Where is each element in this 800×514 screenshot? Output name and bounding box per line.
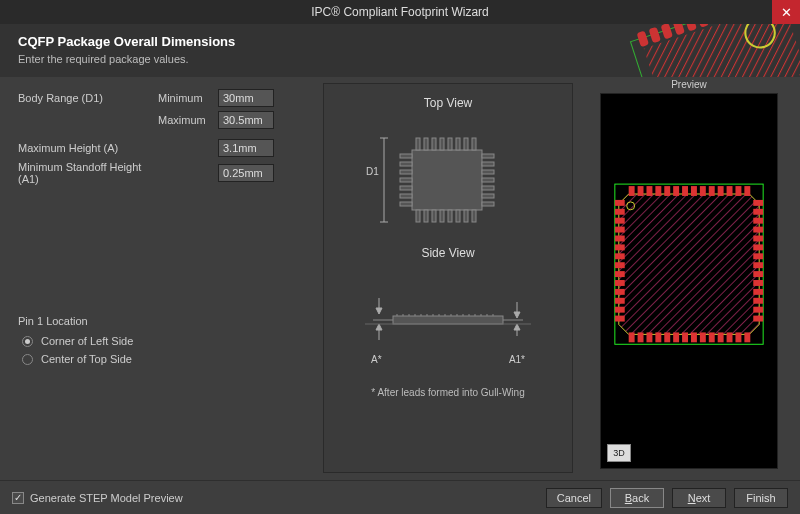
svg-rect-107 (615, 200, 625, 206)
svg-rect-3 (637, 31, 650, 48)
svg-rect-99 (682, 332, 688, 342)
svg-rect-105 (735, 332, 741, 342)
svg-rect-80 (638, 186, 644, 196)
svg-rect-4 (649, 27, 662, 44)
svg-rect-106 (744, 332, 750, 342)
svg-rect-79 (629, 186, 635, 196)
radio-icon (22, 336, 33, 347)
min-standoff-input[interactable] (218, 164, 274, 182)
preview-pane[interactable]: 3D (600, 93, 778, 469)
svg-rect-103 (718, 332, 724, 342)
svg-rect-126 (753, 244, 763, 250)
svg-rect-90 (727, 186, 733, 196)
svg-rect-21 (456, 138, 460, 150)
svg-rect-119 (615, 307, 625, 313)
svg-rect-134 (753, 316, 763, 322)
svg-marker-73 (514, 324, 520, 330)
svg-rect-36 (400, 186, 412, 190)
svg-rect-117 (615, 289, 625, 295)
body-range-label: Body Range (D1) (18, 92, 158, 104)
svg-rect-85 (682, 186, 688, 196)
svg-rect-30 (464, 210, 468, 222)
svg-rect-93 (629, 332, 635, 342)
svg-rect-94 (638, 332, 644, 342)
svg-rect-127 (753, 253, 763, 259)
svg-rect-19 (440, 138, 444, 150)
svg-rect-96 (655, 332, 661, 342)
svg-marker-77 (619, 194, 759, 334)
svg-rect-115 (615, 271, 625, 277)
max-height-input[interactable] (218, 139, 274, 157)
cancel-button[interactable]: Cancel (546, 488, 602, 508)
svg-rect-116 (615, 280, 625, 286)
back-button[interactable]: Back (610, 488, 664, 508)
step-label: Generate STEP Model Preview (30, 492, 183, 504)
svg-rect-41 (482, 170, 494, 174)
svg-rect-98 (673, 332, 679, 342)
a1-star-label: A1* (509, 354, 525, 365)
svg-rect-22 (464, 138, 468, 150)
svg-rect-31 (472, 210, 476, 222)
svg-rect-25 (424, 210, 428, 222)
svg-rect-27 (440, 210, 444, 222)
close-button[interactable]: ✕ (772, 0, 800, 24)
diagram-panel: Top View D1 Side View (323, 83, 573, 473)
side-view-label: Side View (421, 246, 474, 260)
a-star-label: A* (371, 354, 382, 365)
preview-3d-button[interactable]: 3D (607, 444, 631, 462)
svg-rect-45 (482, 202, 494, 206)
svg-rect-8 (696, 24, 709, 28)
svg-rect-97 (664, 332, 670, 342)
pin1-corner-label: Corner of Left Side (41, 335, 133, 347)
svg-rect-82 (655, 186, 661, 196)
svg-rect-112 (615, 244, 625, 250)
svg-rect-133 (753, 307, 763, 313)
svg-rect-28 (448, 210, 452, 222)
svg-rect-7 (684, 24, 697, 32)
svg-rect-89 (718, 186, 724, 196)
svg-rect-24 (416, 210, 420, 222)
svg-rect-100 (691, 332, 697, 342)
svg-rect-46 (393, 316, 503, 324)
svg-rect-43 (482, 186, 494, 190)
svg-rect-20 (448, 138, 452, 150)
step-checkbox[interactable]: ✓ (12, 492, 24, 504)
svg-rect-15 (412, 150, 482, 210)
d1-label: D1 (366, 166, 379, 177)
body-range-min-label: Minimum (158, 92, 218, 104)
svg-rect-113 (615, 253, 625, 259)
svg-rect-114 (615, 262, 625, 268)
svg-rect-101 (700, 332, 706, 342)
next-button[interactable]: Next (672, 488, 726, 508)
svg-rect-86 (691, 186, 697, 196)
svg-rect-39 (482, 154, 494, 158)
svg-rect-32 (400, 154, 412, 158)
svg-rect-120 (615, 316, 625, 322)
finish-button[interactable]: Finish (734, 488, 788, 508)
window-title: IPC® Compliant Footprint Wizard (311, 5, 489, 19)
svg-rect-87 (700, 186, 706, 196)
svg-rect-44 (482, 194, 494, 198)
svg-rect-40 (482, 162, 494, 166)
svg-rect-108 (615, 209, 625, 215)
svg-rect-17 (424, 138, 428, 150)
preview-label: Preview (600, 79, 778, 90)
svg-rect-129 (753, 271, 763, 277)
svg-rect-124 (753, 227, 763, 233)
svg-rect-121 (753, 200, 763, 206)
radio-icon (22, 354, 33, 365)
pin1-corner-radio[interactable]: Corner of Left Side (22, 335, 308, 347)
svg-rect-83 (664, 186, 670, 196)
svg-rect-109 (615, 218, 625, 224)
svg-rect-111 (615, 236, 625, 242)
pin1-center-label: Center of Top Side (41, 353, 132, 365)
body-range-max-input[interactable] (218, 111, 274, 129)
pin1-center-radio[interactable]: Center of Top Side (22, 353, 308, 365)
close-icon: ✕ (781, 5, 792, 20)
svg-rect-125 (753, 236, 763, 242)
svg-marker-71 (514, 312, 520, 318)
svg-rect-95 (646, 332, 652, 342)
dimensions-form: Body Range (D1) Minimum Maximum Maximum … (18, 89, 308, 371)
wizard-header: CQFP Package Overall Dimensions Enter th… (0, 24, 800, 77)
body-range-min-input[interactable] (218, 89, 274, 107)
